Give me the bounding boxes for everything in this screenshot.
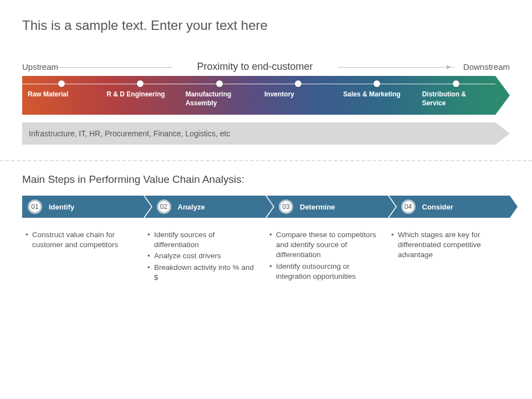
dot-icon — [295, 80, 301, 87]
chain-item-sales-marketing: Sales & Marketing — [337, 76, 416, 115]
dot-icon — [216, 80, 223, 87]
list-item: Analyze cost drivers — [146, 251, 258, 261]
steps-detail-columns: Construct value chain for customer and c… — [22, 230, 510, 284]
step-determine: 03 Determine — [267, 196, 388, 218]
section-divider — [0, 160, 532, 161]
dot-icon — [453, 80, 459, 87]
step-analyze: 02 Analyze — [145, 196, 266, 218]
chain-item-label: R & D Engineering — [106, 90, 165, 98]
support-functions-label: Infrastructure, IT, HR, Procurement, Fin… — [22, 122, 495, 145]
step-number-badge: 04 — [401, 200, 416, 214]
page-title: This is a sample text. Enter your text h… — [0, 0, 532, 33]
proximity-downstream-label: Downstream — [449, 62, 510, 71]
list-item: Breakdown activity into % and $ — [146, 263, 258, 283]
list-item: Construct value chain for customer and c… — [24, 230, 136, 250]
step-identify: 01 Identify — [22, 196, 144, 218]
step-determine-details: Compare these to competitors and identif… — [266, 230, 388, 284]
proximity-center-label: Proximity to end-customer — [61, 61, 449, 73]
dot-icon — [58, 80, 65, 87]
section-subtitle: Main Steps in Performing Value Chain Ana… — [22, 173, 510, 186]
chain-item-raw-material: Raw Material — [22, 76, 101, 115]
chain-item-label: Manufacturing Assembly — [186, 90, 232, 107]
list-item: Identify outsourcing or integration oppo… — [268, 262, 380, 282]
chain-item-label: Sales & Marketing — [343, 90, 400, 98]
step-label: Determine — [300, 203, 335, 211]
step-number-badge: 03 — [279, 200, 293, 214]
step-consider: 04 Consider — [389, 196, 510, 218]
steps-row: 01 Identify 02 Analyze 03 Determine 04 C… — [22, 196, 510, 218]
value-chain-arrow: Raw Material R & D Engineering Manufactu… — [22, 76, 510, 115]
support-functions-bar: Infrastructure, IT, HR, Procurement, Fin… — [22, 122, 510, 145]
chain-item-label: Distribution & Service — [422, 90, 466, 107]
step-identify-details: Construct value chain for customer and c… — [22, 230, 144, 284]
step-analyze-details: Identify sources of differentiation Anal… — [144, 230, 266, 284]
step-label: Consider — [422, 203, 453, 211]
list-item: Identify sources of differentiation — [146, 230, 258, 250]
chevron-right-icon — [495, 76, 510, 115]
step-label: Analyze — [178, 203, 205, 211]
chain-item-manufacturing: Manufacturing Assembly — [180, 76, 259, 115]
dot-icon — [137, 80, 144, 87]
proximity-header: Upstream Proximity to end-customer Downs… — [22, 61, 510, 73]
list-item: Compare these to competitors and identif… — [268, 230, 380, 260]
chain-item-label: Inventory — [264, 90, 294, 98]
dot-icon — [374, 80, 380, 87]
step-label: Identify — [49, 203, 74, 211]
chevron-right-icon — [495, 122, 510, 145]
chain-item-inventory: Inventory — [259, 76, 337, 115]
value-chain-items: Raw Material R & D Engineering Manufactu… — [22, 76, 495, 115]
chain-item-distribution: Distribution & Service — [417, 76, 495, 115]
chain-item-label: Raw Material — [28, 90, 68, 98]
step-consider-details: Which stages are key for differentiated … — [388, 230, 510, 284]
chain-item-rd-engineering: R & D Engineering — [101, 76, 180, 115]
step-number-badge: 01 — [28, 200, 42, 214]
list-item: Which stages are key for differentiated … — [390, 230, 502, 260]
step-number-badge: 02 — [157, 200, 171, 214]
